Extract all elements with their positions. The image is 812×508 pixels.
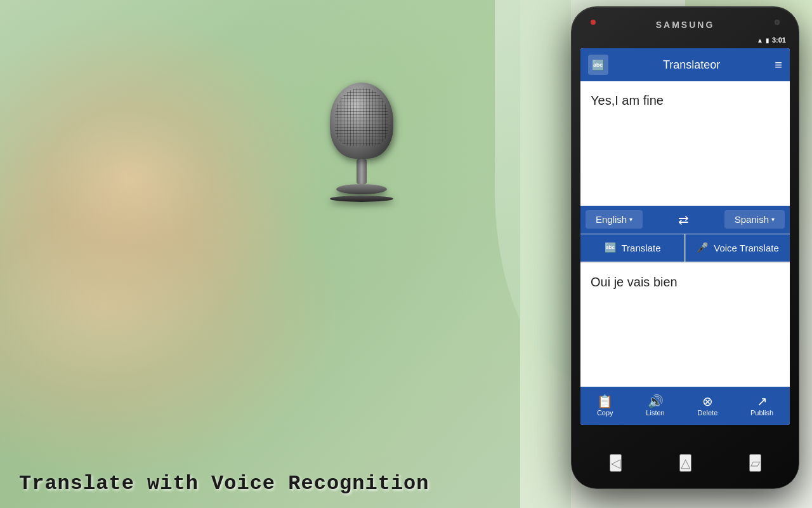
input-text-area[interactable]: Yes,I am fine — [580, 81, 790, 206]
publish-button[interactable]: ↗ Publish — [745, 392, 778, 419]
output-text: Oui je vais bien — [591, 273, 780, 291]
listen-button[interactable]: 🔊 Listen — [641, 392, 669, 419]
copy-button[interactable]: 📋 Copy — [592, 392, 619, 419]
phone-device: SAMSUNG ▲ ▮ 3:01 🔤 Translateor ≡ — [571, 6, 799, 489]
home-button-nav[interactable]: △ — [679, 454, 691, 472]
voice-translate-btn-label: Voice Translate — [714, 243, 779, 253]
back-button[interactable]: ◁ — [610, 454, 622, 472]
publish-label: Publish — [750, 409, 773, 417]
camera-indicator-left — [591, 20, 596, 25]
mic-icon: 🎤 — [697, 242, 709, 253]
delete-label: Delete — [697, 409, 717, 417]
swap-languages-button[interactable]: ⇄ — [673, 210, 694, 230]
bottom-toolbar: 📋 Copy 🔊 Listen ⊗ Delete ↗ Publish — [580, 387, 790, 425]
depth-overlay — [381, 0, 571, 508]
target-lang-dropdown-arrow: ▾ — [771, 216, 775, 223]
delete-icon: ⊗ — [702, 395, 713, 408]
mic-head — [330, 83, 393, 159]
mic-base — [336, 184, 387, 194]
copy-label: Copy — [597, 409, 613, 417]
source-language-label: English — [596, 214, 627, 225]
background: Translate with Voice Recognition SAMSUNG… — [0, 0, 812, 508]
recent-apps-button[interactable]: ▱ — [749, 454, 761, 472]
translate-btn-label: Translate — [622, 243, 661, 253]
menu-icon[interactable]: ≡ — [775, 58, 782, 71]
time-display: 3:01 — [772, 36, 786, 44]
source-lang-dropdown-arrow: ▾ — [629, 216, 632, 223]
voice-translate-button[interactable]: 🎤 Voice Translate — [685, 234, 790, 262]
status-bar: ▲ ▮ 3:01 — [584, 34, 786, 46]
battery-icon: ▮ — [766, 37, 769, 44]
translate-button[interactable]: 🔤 Translate — [580, 234, 684, 262]
phone-screen: 🔤 Translateor ≡ Yes,I am fine English ▾ … — [580, 48, 790, 425]
app-header: 🔤 Translateor ≡ — [580, 48, 790, 81]
wifi-icon: ▲ — [757, 37, 763, 44]
delete-button[interactable]: ⊗ Delete — [692, 392, 723, 419]
language-selector-bar: English ▾ ⇄ Spanish ▾ — [580, 206, 790, 234]
mic-neck — [357, 159, 367, 184]
source-language-button[interactable]: English ▾ — [586, 210, 643, 229]
phone-body: SAMSUNG ▲ ▮ 3:01 🔤 Translateor ≡ — [571, 6, 799, 489]
microphone-illustration — [311, 83, 412, 222]
output-text-area: Oui je vais bien — [580, 262, 790, 387]
tagline: Translate with Voice Recognition — [19, 472, 429, 495]
copy-icon: 📋 — [597, 395, 613, 408]
camera-indicator-right — [775, 20, 780, 25]
target-language-button[interactable]: Spanish ▾ — [724, 210, 785, 229]
mic-base-bottom — [330, 196, 393, 202]
brand-name: SAMSUNG — [656, 20, 715, 30]
app-title: Translateor — [608, 58, 775, 72]
target-language-label: Spanish — [735, 214, 769, 225]
listen-icon: 🔊 — [648, 395, 664, 408]
action-bar: 🔤 Translate 🎤 Voice Translate — [580, 234, 790, 262]
publish-icon: ↗ — [757, 395, 768, 408]
android-nav-bar: ◁ △ ▱ — [580, 450, 790, 476]
translate-app-icon: 🔤 — [588, 55, 608, 75]
translate-btn-icon: 🔤 — [605, 242, 617, 253]
listen-label: Listen — [646, 409, 664, 417]
input-text: Yes,I am fine — [591, 91, 780, 109]
